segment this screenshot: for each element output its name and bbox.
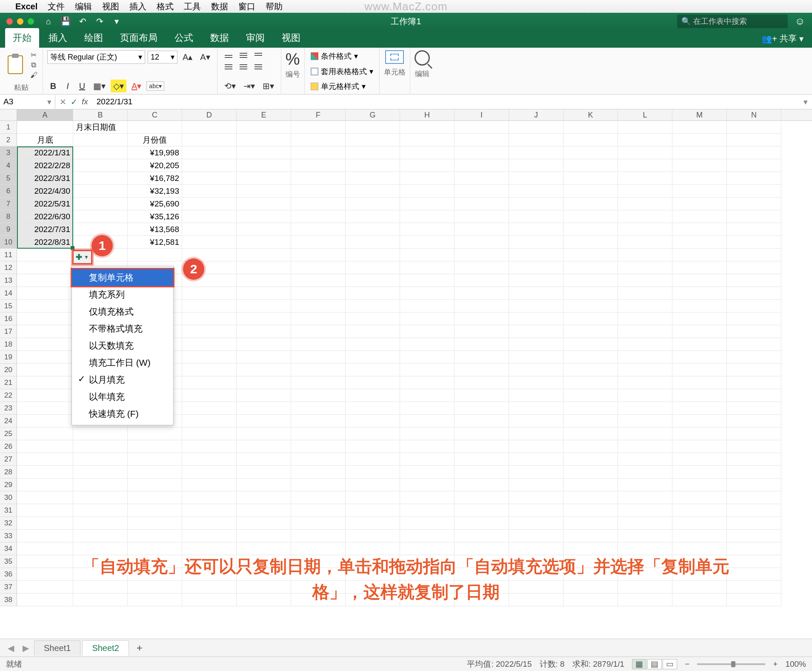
- cell[interactable]: [672, 159, 727, 172]
- cell[interactable]: [563, 325, 618, 338]
- cell[interactable]: [182, 453, 237, 466]
- cell[interactable]: [455, 440, 509, 453]
- cell[interactable]: [237, 504, 291, 517]
- cell[interactable]: [563, 415, 618, 427]
- cell[interactable]: [346, 427, 400, 440]
- cell[interactable]: [17, 389, 73, 402]
- spreadsheet-grid[interactable]: A B C D E F G H I J K L M N 123456789101…: [0, 109, 812, 639]
- cell[interactable]: [73, 159, 128, 172]
- cell[interactable]: [291, 376, 346, 389]
- cell[interactable]: [400, 185, 455, 198]
- cell[interactable]: [237, 313, 291, 325]
- cell[interactable]: [509, 453, 563, 466]
- cell[interactable]: [237, 287, 291, 300]
- conditional-format-button[interactable]: 条件格式 ▾: [309, 50, 375, 62]
- cell[interactable]: [346, 325, 400, 338]
- zoom-level[interactable]: 100%: [785, 660, 806, 669]
- cell[interactable]: [509, 287, 563, 300]
- cell[interactable]: [672, 364, 727, 376]
- cell[interactable]: [509, 479, 563, 491]
- cell[interactable]: [291, 530, 346, 542]
- cell[interactable]: [182, 389, 237, 402]
- cell[interactable]: [182, 479, 237, 491]
- row-21[interactable]: 21: [0, 376, 17, 389]
- autofill-menu-item[interactable]: 不带格式填充: [72, 320, 173, 337]
- cell[interactable]: [563, 300, 618, 313]
- autofill-menu-item[interactable]: 以年填充: [72, 388, 173, 405]
- percent-icon[interactable]: %: [286, 50, 300, 69]
- cell[interactable]: [727, 300, 781, 313]
- cell[interactable]: [346, 172, 400, 185]
- cell[interactable]: [455, 402, 509, 415]
- zoom-slider[interactable]: [697, 663, 765, 665]
- cell[interactable]: [128, 440, 182, 453]
- cell[interactable]: [455, 146, 509, 159]
- cell[interactable]: [672, 453, 727, 466]
- cell[interactable]: [346, 236, 400, 249]
- row-13[interactable]: 13: [0, 274, 17, 287]
- cell[interactable]: [618, 530, 672, 542]
- row-28[interactable]: 28: [0, 466, 17, 479]
- row-27[interactable]: 27: [0, 453, 17, 466]
- cell[interactable]: [509, 134, 563, 146]
- phonetic-button[interactable]: abc▾: [146, 81, 164, 91]
- cell[interactable]: [237, 491, 291, 504]
- cell[interactable]: ¥35,126: [128, 210, 182, 223]
- cell[interactable]: [563, 364, 618, 376]
- cell[interactable]: [672, 300, 727, 313]
- cell[interactable]: [672, 274, 727, 287]
- cell[interactable]: [346, 198, 400, 210]
- cell[interactable]: [182, 287, 237, 300]
- cell[interactable]: [17, 364, 73, 376]
- cell[interactable]: [128, 504, 182, 517]
- cell[interactable]: [291, 415, 346, 427]
- cell[interactable]: [618, 466, 672, 479]
- cell[interactable]: [182, 402, 237, 415]
- app-name[interactable]: Excel: [15, 2, 37, 11]
- cell[interactable]: [128, 427, 182, 440]
- cell[interactable]: [291, 223, 346, 236]
- cell[interactable]: [346, 351, 400, 364]
- cell[interactable]: [400, 198, 455, 210]
- col-A[interactable]: A: [17, 109, 73, 120]
- cell[interactable]: [672, 427, 727, 440]
- cell[interactable]: [400, 146, 455, 159]
- cell[interactable]: [182, 134, 237, 146]
- copy-icon[interactable]: ⧉: [29, 61, 38, 69]
- cell[interactable]: [618, 249, 672, 261]
- cell[interactable]: [346, 249, 400, 261]
- cell[interactable]: [17, 300, 73, 313]
- cell[interactable]: [291, 210, 346, 223]
- cell[interactable]: [563, 338, 618, 351]
- cell[interactable]: [346, 300, 400, 313]
- cell[interactable]: [182, 491, 237, 504]
- cell[interactable]: [455, 491, 509, 504]
- cell[interactable]: [672, 223, 727, 236]
- cell[interactable]: [563, 261, 618, 274]
- cell[interactable]: [17, 466, 73, 479]
- cell[interactable]: [455, 198, 509, 210]
- autofill-options-button[interactable]: ✚ ▼: [72, 250, 92, 264]
- cell[interactable]: [455, 134, 509, 146]
- menu-tools[interactable]: 工具: [184, 1, 201, 12]
- cell[interactable]: [17, 351, 73, 364]
- cell[interactable]: [17, 287, 73, 300]
- cell[interactable]: [182, 300, 237, 313]
- row-6[interactable]: 6: [0, 185, 17, 198]
- cell[interactable]: [509, 427, 563, 440]
- cell[interactable]: [509, 313, 563, 325]
- cell[interactable]: [455, 210, 509, 223]
- cell[interactable]: [237, 223, 291, 236]
- cell[interactable]: [237, 300, 291, 313]
- cell[interactable]: [73, 146, 128, 159]
- row-2[interactable]: 2: [0, 134, 17, 146]
- cell[interactable]: [563, 121, 618, 134]
- cell[interactable]: [400, 517, 455, 530]
- cell[interactable]: [563, 159, 618, 172]
- cell[interactable]: [509, 364, 563, 376]
- cell[interactable]: [618, 479, 672, 491]
- cell[interactable]: [291, 287, 346, 300]
- cell[interactable]: [618, 300, 672, 313]
- select-all-corner[interactable]: [0, 109, 17, 120]
- cell[interactable]: [509, 338, 563, 351]
